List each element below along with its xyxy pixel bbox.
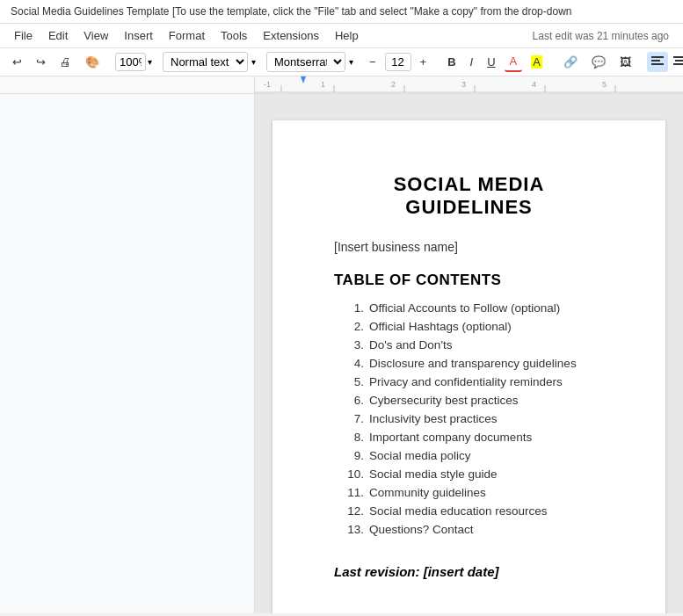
toc-item-number: 10. [343,467,369,481]
svg-text:1: 1 [321,80,325,89]
ruler: -1 1 2 3 4 5 [0,76,683,94]
toc-item: 2.Official Hashtags (optional) [343,320,604,333]
toc-item-number: 9. [343,449,369,462]
toc-item-number: 8. [343,431,369,444]
toc-item: 11.Community guidelines [343,486,604,499]
title-bar: Social Media Guidelines Template [To use… [0,0,683,24]
menu-tools[interactable]: Tools [214,25,254,46]
toc-item-text: Social media education resources [369,504,548,518]
toc-item-number: 2. [343,320,369,333]
toc-item-text: Social media style guide [369,467,498,481]
svg-text:5: 5 [602,80,607,89]
undo-button[interactable]: ↩ [7,53,27,71]
svg-text:4: 4 [532,80,536,89]
title-bar-text: Social Media Guidelines Template [To use… [11,5,571,18]
document-page: SOCIAL MEDIA GUIDELINES [Insert business… [272,120,665,613]
toc-item-text: Important company documents [369,431,532,444]
toc-item-number: 13. [343,523,369,536]
toc-item: 4.Disclosure and transparency guidelines [343,357,604,370]
toc-item: 10.Social media style guide [343,467,604,481]
font-size-decrease-button[interactable]: − [364,53,381,71]
toc-item: 9.Social media policy [343,449,604,462]
svg-rect-5 [673,63,683,65]
document-title: SOCIAL MEDIA GUIDELINES [334,173,604,219]
document-subtitle: [Insert business name] [334,240,604,254]
menu-help[interactable]: Help [328,25,366,46]
italic-button[interactable]: I [465,53,479,71]
style-select[interactable]: Normal text Heading 1 Heading 2 [163,52,248,72]
toc-item: 3.Do's and Don'ts [343,338,604,351]
ruler-svg: -1 1 2 3 4 5 [255,76,683,93]
font-size-input[interactable] [385,53,411,71]
svg-text:2: 2 [391,80,396,89]
toc-item-text: Official Accounts to Follow (optional) [369,301,560,315]
svg-text:3: 3 [461,80,466,89]
svg-marker-25 [301,76,306,83]
align-group [647,52,683,72]
menu-insert[interactable]: Insert [117,25,160,46]
menu-file[interactable]: File [7,25,40,46]
menu-edit[interactable]: Edit [41,25,75,46]
toc-item-number: 7. [343,412,369,425]
align-left-button[interactable] [647,52,668,72]
svg-rect-1 [651,60,660,62]
bold-button[interactable]: B [442,53,461,71]
svg-rect-4 [675,60,683,62]
toc-item-text: Do's and Don'ts [369,338,452,351]
toc-item-number: 6. [343,394,369,407]
paint-format-button[interactable]: 🎨 [80,53,105,71]
toc-item-text: Community guidelines [369,486,486,499]
highlight-color-button[interactable]: A [526,53,548,71]
link-button[interactable]: 🔗 [558,53,583,71]
toc-item-number: 1. [343,301,369,315]
toc-item-text: Official Hashtags (optional) [369,320,512,333]
toc-item-number: 11. [343,486,369,499]
toc-item: 8.Important company documents [343,431,604,444]
menu-view[interactable]: View [76,25,115,46]
font-dropdown-icon[interactable]: ▾ [349,57,353,67]
text-color-button[interactable]: A [505,52,523,72]
toc-item: 13.Questions? Contact [343,523,604,536]
menu-bar: File Edit View Insert Format Tools Exten… [0,24,683,48]
align-center-button[interactable] [669,52,683,72]
menu-extensions[interactable]: Extensions [256,25,326,46]
underline-button[interactable]: U [482,53,500,71]
toc-item: 6.Cybersecurity best practices [343,394,604,407]
toc-title: TABLE OF CONTENTS [334,272,604,289]
toc-item: 1.Official Accounts to Follow (optional) [343,301,604,315]
redo-button[interactable]: ↪ [31,53,51,71]
toc-item-text: Inclusivity best practices [369,412,498,425]
toc-item: 7.Inclusivity best practices [343,412,604,425]
svg-rect-2 [651,63,664,65]
font-select[interactable]: Montserrat Arial Times New Roman [266,52,345,72]
toc-item-number: 3. [343,338,369,351]
toc-item-text: Social media policy [369,449,471,462]
document-area[interactable]: SOCIAL MEDIA GUIDELINES [Insert business… [255,94,683,613]
toc-item-number: 12. [343,504,369,518]
last-edit-text: Last edit was 21 minutes ago [533,30,669,42]
zoom-dropdown-icon[interactable]: ▾ [148,57,152,67]
zoom-input[interactable] [115,53,146,71]
toc-item-number: 5. [343,375,369,388]
last-revision: Last revision: [insert date] [334,564,604,579]
toc-item-number: 4. [343,357,369,370]
main-layout: SOCIAL MEDIA GUIDELINES [Insert business… [0,94,683,613]
toc-item-text: Privacy and confidentiality reminders [369,375,563,388]
font-size-increase-button[interactable]: + [415,53,432,71]
comment-button[interactable]: 💬 [586,53,611,71]
toc-item: 12.Social media education resources [343,504,604,518]
toc-item-text: Cybersecurity best practices [369,394,519,407]
print-button[interactable]: 🖨 [54,53,76,71]
toc-item: 5.Privacy and confidentiality reminders [343,375,604,388]
image-button[interactable]: 🖼 [614,53,636,71]
menu-format[interactable]: Format [162,25,212,46]
svg-rect-0 [651,56,664,58]
style-dropdown-icon[interactable]: ▾ [251,57,256,67]
svg-rect-3 [673,56,683,58]
zoom-control[interactable]: ▾ [115,53,152,71]
toolbar: ↩ ↪ 🖨 🎨 ▾ Normal text Heading 1 Heading … [0,48,683,76]
svg-text:-1: -1 [264,80,271,89]
sidebar [0,94,255,613]
toc-list: 1.Official Accounts to Follow (optional)… [343,301,604,536]
toc-item-text: Disclosure and transparency guidelines [369,357,577,370]
